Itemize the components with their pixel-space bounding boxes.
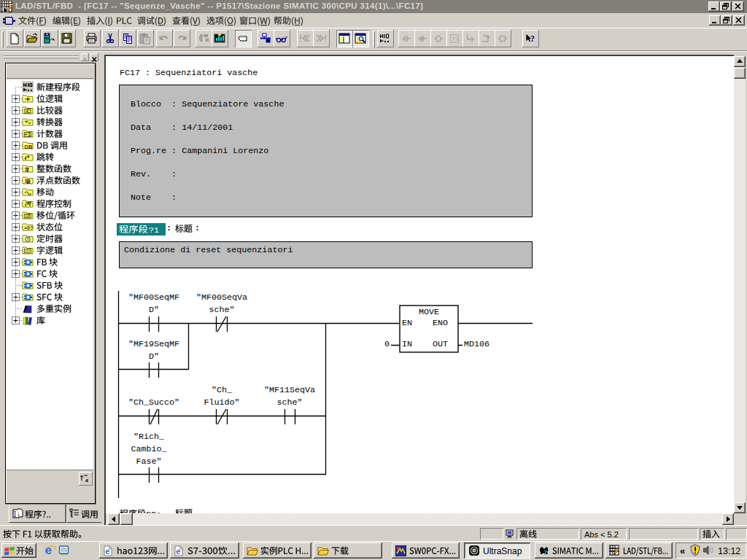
svg-text:e: e: [176, 547, 180, 556]
svg-text:e: e: [105, 547, 109, 556]
svg-text:7: 7: [543, 549, 547, 556]
